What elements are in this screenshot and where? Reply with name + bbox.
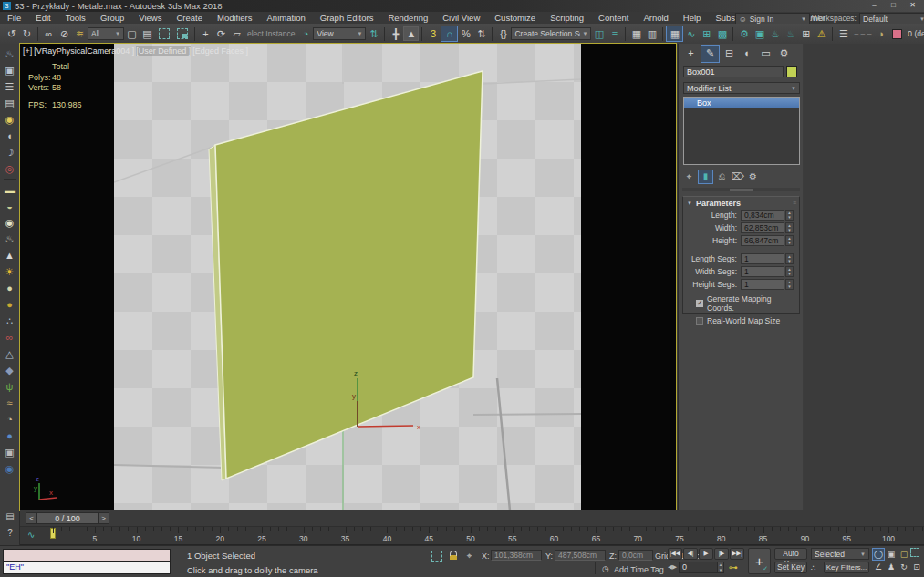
select-object-icon[interactable]: ▢: [124, 26, 140, 41]
tab-hierarchy[interactable]: ⊟: [721, 46, 738, 62]
parameters-rollout-header[interactable]: ▼ Parameters ≡: [683, 197, 799, 209]
pyramid-icon[interactable]: △: [1, 345, 19, 362]
gold-sphere-icon[interactable]: ●: [1, 296, 19, 313]
key-filters-icon[interactable]: ∴: [811, 563, 816, 572]
angle-snap-toggle-icon[interactable]: ∩: [441, 26, 458, 42]
show-end-result-icon[interactable]: ▮: [698, 170, 713, 184]
y-coord-field[interactable]: 487,508cm: [555, 550, 606, 561]
minimize-button[interactable]: –: [865, 0, 884, 11]
render-production-icon[interactable]: ♨: [767, 26, 783, 41]
audio-icon[interactable]: ◖: [1, 128, 19, 144]
fov-icon[interactable]: ∠: [872, 561, 885, 573]
set-keys-button[interactable]: + ✓: [748, 548, 771, 574]
maximize-button[interactable]: □: [884, 0, 903, 11]
rectangular-selection-region-icon[interactable]: [159, 28, 170, 39]
tab-motion[interactable]: ◐: [739, 46, 756, 62]
spinner-snap-toggle-icon[interactable]: ⇅: [473, 26, 489, 41]
use-pivot-point-center-icon[interactable]: ⇅: [366, 26, 381, 41]
set-key-button[interactable]: Set Key: [774, 562, 807, 573]
modifier-stack-item[interactable]: Box: [684, 98, 799, 108]
menu-animation[interactable]: Animation: [260, 13, 313, 23]
rendered-frame-window-icon[interactable]: ▣: [752, 26, 767, 41]
spinner[interactable]: ▲▼: [785, 279, 794, 290]
go-to-end-button[interactable]: ▶▶|: [730, 548, 744, 560]
param-field-length-segs[interactable]: 1: [741, 253, 784, 264]
param-field-height-segs[interactable]: 1: [741, 279, 784, 290]
toggle-ribbon-icon[interactable]: ▦: [666, 26, 683, 42]
play-button[interactable]: ▶: [699, 548, 713, 560]
state-sets-cup-icon[interactable]: ◗: [874, 26, 889, 41]
menu-arnold[interactable]: Arnold: [636, 13, 675, 23]
align-icon[interactable]: ≡: [607, 26, 622, 41]
param-field-height[interactable]: 66,847cm: [741, 235, 784, 246]
sphere-select-icon[interactable]: ◉: [1, 460, 19, 477]
selection-lock-icon[interactable]: [447, 550, 459, 562]
viewport[interactable]: z y x [+] [VRayPhysicalCamera004 ] [User…: [20, 44, 676, 510]
close-button[interactable]: ✕: [903, 0, 922, 11]
hair-icon[interactable]: ≈: [1, 395, 19, 411]
list-view-icon[interactable]: ☰: [1, 78, 19, 95]
maxscript-listener[interactable]: "EH": [3, 562, 171, 574]
spinner[interactable]: ▲▼: [785, 222, 794, 233]
spinner[interactable]: ▲▼: [785, 266, 794, 277]
pin-stack-icon[interactable]: ⌖: [682, 170, 696, 183]
camera-view[interactable]: z y x: [114, 44, 581, 510]
mirror-icon[interactable]: ◫: [591, 26, 607, 41]
plane-primitive-icon[interactable]: ▬: [1, 181, 19, 198]
track-bar-ruler[interactable]: 5101520253035404550556065707580859095100: [20, 527, 924, 545]
walk-through-icon[interactable]: ♟: [885, 561, 898, 573]
bind-to-space-warp-icon[interactable]: ≋: [72, 26, 88, 41]
modifier-stack[interactable]: Box: [683, 97, 800, 165]
render-preview-icon[interactable]: ▣: [1, 62, 19, 78]
sun-icon[interactable]: ☀: [1, 263, 19, 280]
select-and-move-icon[interactable]: +: [198, 26, 213, 41]
checkbox-generate-mapping-coords[interactable]: ✓: [696, 300, 703, 307]
dome-primitive-icon[interactable]: ◒: [1, 198, 19, 214]
zoom-icon[interactable]: ◯: [872, 548, 885, 561]
menu-content[interactable]: Content: [591, 13, 636, 23]
menu-modifiers[interactable]: Modifiers: [210, 13, 260, 23]
key-mode-toggle-icon[interactable]: ⊶: [729, 562, 738, 572]
render-setup-icon[interactable]: ⚙: [736, 26, 752, 41]
time-slider-value[interactable]: 0 / 100: [37, 512, 98, 524]
panel-splitter[interactable]: [682, 188, 800, 191]
selection-set-dropdown[interactable]: Selected ▼: [811, 548, 869, 560]
percent-snap-toggle-icon[interactable]: %: [458, 26, 473, 41]
teapot-primitive-icon[interactable]: ♨: [1, 231, 19, 247]
param-field-width[interactable]: 62,853cm: [741, 222, 784, 233]
x-coord-field[interactable]: 101,368cm: [491, 550, 542, 561]
viewport-menu-shading[interactable]: [Edged Faces ]: [192, 46, 248, 56]
previous-frame-button[interactable]: ◀|: [683, 548, 698, 560]
param-field-width-segs[interactable]: 1: [741, 266, 784, 277]
auto-key-button[interactable]: Auto Key: [774, 548, 807, 560]
clipboard-copy-icon[interactable]: ▣: [1, 444, 19, 460]
tab-display[interactable]: ▭: [757, 46, 774, 62]
next-frame-button[interactable]: |▶: [714, 548, 729, 560]
previous-frame-arrow[interactable]: <: [26, 512, 37, 524]
render-in-cloud-icon[interactable]: ⊞: [798, 26, 814, 41]
clipboard-icon[interactable]: ▤: [2, 509, 18, 523]
menu-edit[interactable]: Edit: [28, 13, 57, 23]
vr-glasses-icon[interactable]: ◎: [1, 160, 19, 177]
material-editor-icon[interactable]: ▩: [714, 26, 730, 41]
spinner[interactable]: ▲▼: [785, 210, 794, 221]
menu-rendering[interactable]: Rendering: [380, 13, 435, 23]
detail-list-icon[interactable]: ▤: [1, 95, 19, 111]
configure-modifier-sets-icon[interactable]: ⚙: [746, 170, 760, 183]
keyboard-shortcut-override-icon[interactable]: ▲: [403, 26, 419, 41]
toggle-layer-explorer-icon[interactable]: ▥: [644, 26, 659, 41]
cone-primitive-icon[interactable]: ▲: [1, 247, 19, 263]
tab-utilities[interactable]: ⚙: [775, 46, 793, 62]
menu-customize[interactable]: Customize: [487, 13, 543, 23]
render-iterative-icon[interactable]: ♨: [783, 26, 798, 41]
menu-graph-editors[interactable]: Graph Editors: [313, 13, 381, 23]
redo-icon[interactable]: ↻: [19, 26, 35, 41]
menu-help[interactable]: Help: [676, 13, 709, 23]
add-time-tag-button[interactable]: Add Time Tag: [614, 565, 664, 574]
checkbox-real-world-map-size[interactable]: [696, 317, 703, 325]
unlink-selection-icon[interactable]: ⊘: [57, 26, 72, 41]
zoom-extents-icon[interactable]: ▢: [898, 548, 910, 561]
tab-create[interactable]: +: [682, 46, 700, 62]
spinner[interactable]: ▲▼: [785, 235, 794, 246]
key-filters-button[interactable]: Key Filters...: [824, 562, 869, 573]
